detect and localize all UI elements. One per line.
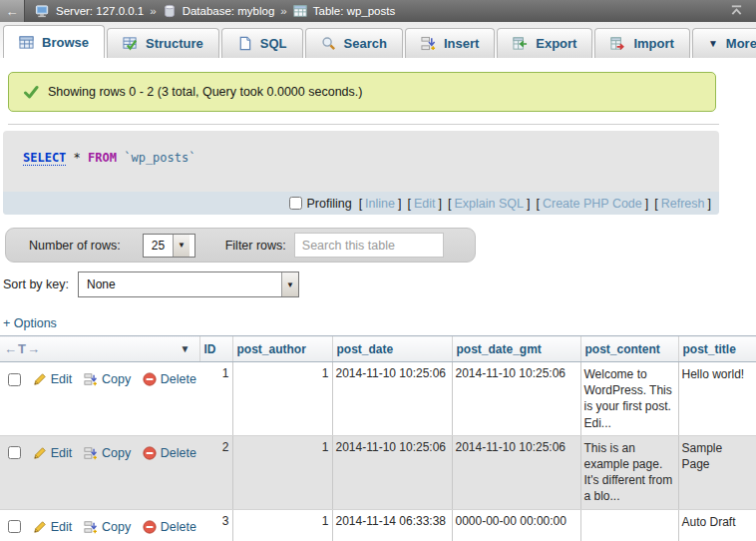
cell-post-author: 1	[232, 509, 332, 541]
select-dropdown-icon[interactable]: ▼	[173, 235, 189, 257]
bracket: ]	[439, 197, 442, 211]
column-header-id[interactable]: ID	[199, 336, 232, 362]
sort-options-icon[interactable]: ▼	[181, 343, 195, 354]
breadcrumb-table[interactable]: Table: wp_posts	[313, 5, 395, 17]
cell-id: 3	[199, 509, 232, 541]
delete-row-link[interactable]: Delete	[161, 372, 196, 386]
column-header-post-author[interactable]: post_author	[232, 336, 332, 362]
tab-label: Export	[536, 36, 576, 51]
bracket: ]	[527, 197, 530, 211]
column-header-post-title[interactable]: post_title	[678, 336, 756, 362]
table-row: Edit Copy Delete 2 1 201	[0, 435, 756, 509]
status-message-text: Showing rows 0 - 2 (3 total, Query took …	[48, 85, 362, 99]
tab-more[interactable]: ▼ More	[692, 28, 756, 58]
bracket: [	[448, 197, 451, 211]
success-check-icon	[23, 84, 39, 100]
delete-row-icon[interactable]	[143, 520, 157, 534]
breadcrumb-server[interactable]: Server: 127.0.0.1	[56, 5, 144, 17]
bracket: ]	[708, 197, 711, 211]
cell-post-content	[580, 509, 678, 541]
breadcrumb-separator: »	[150, 5, 156, 17]
inline-link[interactable]: Inline	[365, 197, 395, 211]
collapse-top-icon[interactable]	[729, 4, 744, 19]
status-message: Showing rows 0 - 2 (3 total, Query took …	[8, 72, 716, 112]
edit-row-link[interactable]: Edit	[51, 372, 73, 386]
sql-keyword-select[interactable]: SELECT	[23, 151, 66, 166]
select-dropdown-icon[interactable]: ▼	[281, 272, 298, 296]
options-toggle-link[interactable]: + Options	[3, 316, 57, 330]
cell-post-author: 1	[232, 435, 332, 509]
column-reorder-icon[interactable]: ←T→	[4, 341, 41, 356]
column-header-post-date-gmt[interactable]: post_date_gmt	[452, 336, 580, 362]
copy-row-icon[interactable]	[84, 446, 98, 460]
filter-search-input[interactable]	[294, 233, 444, 258]
row-select-checkbox[interactable]	[8, 373, 21, 386]
breadcrumb-separator: »	[280, 5, 286, 17]
tab-sql[interactable]: SQL	[221, 28, 303, 58]
breadcrumb: Server: 127.0.0.1 » Database: myblog » T…	[25, 4, 395, 19]
cell-id: 2	[199, 435, 232, 509]
sql-star: *	[74, 151, 81, 165]
server-icon	[35, 4, 50, 19]
query-toolbar: Profiling [ Inline ] [ Edit ] [ Explain …	[3, 192, 719, 215]
tab-export[interactable]: Export	[497, 28, 592, 58]
phpmyadmin-window: ← Server: 127.0.0.1 » Database: myblog »…	[0, 0, 756, 541]
tab-search[interactable]: Search	[305, 28, 403, 58]
delete-row-icon[interactable]	[143, 446, 157, 460]
profiling-checkbox[interactable]	[289, 197, 302, 210]
results-table: ←T→ ▼ ID post_author post_date post_date…	[0, 335, 756, 541]
number-of-rows-select[interactable]: 25 ▼	[143, 234, 195, 258]
edit-pencil-icon[interactable]	[33, 372, 47, 386]
edit-row-link[interactable]: Edit	[51, 446, 73, 460]
database-icon	[163, 4, 177, 18]
cell-post-date-gmt: 2014-11-10 10:25:06	[452, 362, 580, 436]
sql-query-box: SELECT * FROM `wp_posts` Profiling [ Inl…	[3, 131, 719, 215]
breadcrumb-bar: ← Server: 127.0.0.1 » Database: myblog »…	[0, 0, 756, 22]
copy-row-link[interactable]: Copy	[102, 520, 131, 534]
column-header-post-content[interactable]: post_content	[580, 336, 678, 362]
tab-label: SQL	[260, 36, 287, 51]
table-row: Edit Copy Delete 3 1 201	[0, 509, 756, 541]
cell-post-title: Sample Page	[678, 435, 756, 509]
more-caret-icon: ▼	[708, 38, 718, 49]
edit-pencil-icon[interactable]	[33, 446, 47, 460]
copy-row-icon[interactable]	[84, 372, 98, 386]
row-actions-cell: Edit Copy Delete	[0, 509, 199, 541]
back-arrow-icon: ←	[6, 4, 19, 19]
insert-icon	[421, 36, 436, 51]
create-php-code-link[interactable]: Create PHP Code	[543, 197, 642, 211]
breadcrumb-database[interactable]: Database: myblog	[183, 5, 275, 17]
tab-browse[interactable]: Browse	[3, 25, 105, 58]
tab-structure[interactable]: Structure	[107, 28, 219, 58]
copy-row-icon[interactable]	[84, 520, 98, 534]
copy-row-link[interactable]: Copy	[102, 372, 131, 386]
column-header-post-date[interactable]: post_date	[332, 336, 452, 362]
cell-post-author: 1	[232, 362, 332, 436]
explain-sql-link[interactable]: Explain SQL	[454, 197, 523, 211]
tab-import[interactable]: Import	[594, 28, 689, 58]
edit-query-link[interactable]: Edit	[414, 197, 436, 211]
number-of-rows-label: Number of rows:	[29, 239, 121, 253]
row-select-checkbox[interactable]	[8, 520, 21, 533]
copy-row-link[interactable]: Copy	[102, 446, 131, 460]
cell-post-date-gmt: 2014-11-10 10:25:06	[452, 435, 580, 509]
results-controls-bar: Number of rows: 25 ▼ Filter rows:	[5, 228, 476, 263]
delete-row-link[interactable]: Delete	[161, 520, 196, 534]
cell-post-title: Auto Draft	[678, 509, 756, 541]
row-select-checkbox[interactable]	[8, 446, 21, 459]
edit-pencil-icon[interactable]	[33, 520, 47, 534]
refresh-link[interactable]: Refresh	[661, 197, 705, 211]
back-button[interactable]: ←	[0, 0, 25, 22]
cell-post-content: Welcome to WordPress. This is your first…	[580, 362, 678, 436]
delete-row-icon[interactable]	[143, 372, 157, 386]
edit-row-link[interactable]: Edit	[51, 520, 73, 534]
tab-insert[interactable]: Insert	[405, 28, 495, 58]
sql-icon	[237, 36, 252, 51]
cell-post-content: This is an example page. It's different …	[580, 435, 678, 509]
table-row: Edit Copy Delete 1 1 201	[0, 362, 756, 436]
profiling-label: Profiling	[306, 197, 351, 211]
sort-by-key-select[interactable]: None ▼	[78, 271, 299, 297]
cell-post-date: 2014-11-10 10:25:06	[332, 362, 452, 436]
table-header-row: ←T→ ▼ ID post_author post_date post_date…	[0, 336, 756, 362]
delete-row-link[interactable]: Delete	[161, 446, 196, 460]
